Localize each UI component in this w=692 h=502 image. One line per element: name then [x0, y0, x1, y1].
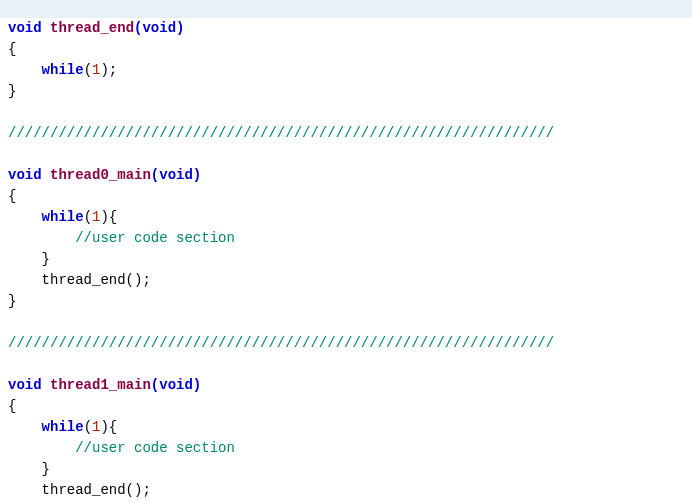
- code-line: }: [0, 291, 692, 312]
- function-thread0-main: thread0_main: [50, 167, 151, 183]
- open-brace: {: [8, 41, 16, 57]
- keyword-while: while: [42, 209, 84, 225]
- keyword-void: void: [8, 20, 42, 36]
- code-line: void thread1_main(void): [0, 375, 692, 396]
- code-line: thread_end();: [0, 270, 692, 291]
- code-block: void thread_end(void) { while(1); } ////…: [0, 0, 692, 502]
- code-line: }: [0, 459, 692, 480]
- code-line: ////////////////////////////////////////…: [0, 333, 692, 354]
- code-line: while(1){: [0, 417, 692, 438]
- code-line: [0, 312, 692, 333]
- code-line: {: [0, 39, 692, 60]
- code-line: ////////////////////////////////////////…: [0, 123, 692, 144]
- code-line: void thread0_main(void): [0, 165, 692, 186]
- call-thread-end: thread_end();: [42, 482, 151, 498]
- keyword-while: while: [42, 419, 84, 435]
- keyword-while: while: [42, 62, 84, 78]
- keyword-void: void: [8, 377, 42, 393]
- code-line: }: [0, 81, 692, 102]
- comment-user-code: //user code section: [75, 230, 235, 246]
- code-line: while(1){: [0, 207, 692, 228]
- close-brace-indent: }: [8, 251, 50, 267]
- open-brace: {: [8, 398, 16, 414]
- code-line: {: [0, 396, 692, 417]
- close-brace-indent: }: [8, 461, 50, 477]
- function-thread-end: thread_end: [50, 20, 134, 36]
- code-line: //user code section: [0, 438, 692, 459]
- highlighted-line: [0, 0, 692, 18]
- close-brace: }: [8, 293, 16, 309]
- code-line: void thread_end(void): [0, 18, 692, 39]
- open-brace: {: [8, 188, 16, 204]
- code-line: [0, 144, 692, 165]
- code-line: thread_end();: [0, 480, 692, 501]
- comment-user-code: //user code section: [75, 440, 235, 456]
- code-line: [0, 354, 692, 375]
- param-void: (void): [134, 20, 184, 36]
- function-thread1-main: thread1_main: [50, 377, 151, 393]
- code-line: while(1);: [0, 60, 692, 81]
- param-void: (void): [151, 167, 201, 183]
- code-line: {: [0, 186, 692, 207]
- code-line: //user code section: [0, 228, 692, 249]
- keyword-void: void: [8, 167, 42, 183]
- code-line: }: [0, 249, 692, 270]
- close-brace: }: [8, 83, 16, 99]
- param-void: (void): [151, 377, 201, 393]
- call-thread-end: thread_end();: [42, 272, 151, 288]
- separator-comment: ////////////////////////////////////////…: [8, 335, 554, 351]
- code-line: [0, 102, 692, 123]
- separator-comment: ////////////////////////////////////////…: [8, 125, 554, 141]
